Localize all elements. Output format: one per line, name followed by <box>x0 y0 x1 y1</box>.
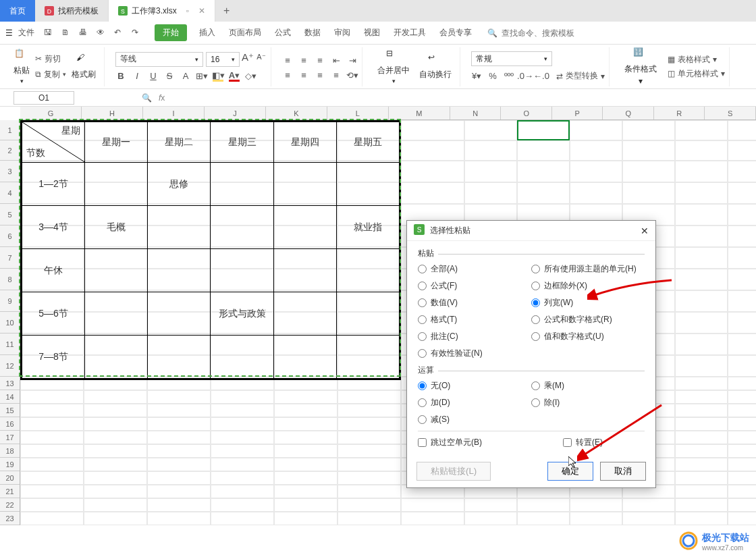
row-head-18[interactable]: 18 <box>0 444 20 458</box>
row-head-23[interactable]: 23 <box>0 512 20 525</box>
col-head-I[interactable]: I <box>143 107 205 119</box>
tab-document[interactable]: S 工作簿3.xlsx ▫ ✕ <box>109 0 215 22</box>
row-head-13[interactable]: 13 <box>0 377 20 390</box>
col-head-S[interactable]: S <box>705 107 756 119</box>
spreadsheet-grid[interactable]: GHIJKLMNOPQRS123456789101112131415161718… <box>0 107 756 120</box>
row-head-21[interactable]: 21 <box>0 485 20 498</box>
row-head-11[interactable]: 11 <box>0 334 20 355</box>
op-radio[interactable]: 加(D) <box>418 397 531 408</box>
ribbon-tab-formula[interactable]: 公式 <box>273 24 292 41</box>
paste-radio[interactable]: 有效性验证(N) <box>418 348 531 359</box>
col-head-M[interactable]: M <box>389 107 450 119</box>
cut-button[interactable]: ✂剪切 <box>35 53 66 65</box>
transpose-check[interactable]: 转置(E) <box>563 437 603 448</box>
row-head-9[interactable]: 9 <box>0 290 20 312</box>
row-head-5[interactable]: 5 <box>0 204 20 225</box>
dec-dec-icon[interactable]: ←.0 <box>536 71 547 82</box>
italic-button[interactable]: I <box>132 71 142 82</box>
print-icon[interactable]: 🖶 <box>79 28 90 38</box>
number-format-select[interactable]: 常规▾ <box>471 51 552 66</box>
tab-add[interactable]: + <box>215 5 238 17</box>
row-head-8[interactable]: 8 <box>0 269 20 290</box>
skip-blank-check[interactable]: 跳过空单元(B) <box>418 437 482 448</box>
ribbon-tab-vip[interactable]: 会员专享 <box>438 24 473 41</box>
indent-dec-icon[interactable]: ⇤ <box>331 55 342 66</box>
col-head-L[interactable]: L <box>327 107 389 119</box>
col-head-O[interactable]: O <box>501 107 552 119</box>
font-more-button[interactable]: A <box>180 71 191 82</box>
paste-button[interactable]: 📋 粘贴▾ <box>9 47 34 86</box>
row-head-14[interactable]: 14 <box>0 390 20 404</box>
indent-inc-icon[interactable]: ⇥ <box>347 55 358 66</box>
align-center-icon[interactable]: ≡ <box>298 70 309 81</box>
tab-options-icon[interactable]: ▫ <box>186 6 189 16</box>
col-head-H[interactable]: H <box>82 107 143 119</box>
table-style-button[interactable]: ▦表格样式▾ <box>668 54 725 65</box>
font-name-select[interactable]: 等线▾ <box>115 52 203 67</box>
clear-fmt-button[interactable]: ◇▾ <box>245 71 256 82</box>
paste-radio[interactable]: 全部(A) <box>418 263 531 275</box>
save-as-icon[interactable]: 🗎 <box>61 28 72 38</box>
paste-radio[interactable]: 列宽(W) <box>531 297 645 309</box>
dec-inc-icon[interactable]: .0→ <box>520 71 531 82</box>
row-head-10[interactable]: 10 <box>0 312 20 334</box>
row-head-4[interactable]: 4 <box>0 182 20 204</box>
cell-style-button[interactable]: ◫单元格样式▾ <box>668 68 725 80</box>
paste-radio[interactable]: 边框除外(X) <box>531 280 645 292</box>
op-radio[interactable]: 乘(M) <box>531 380 645 392</box>
row-head-2[interactable]: 2 <box>0 140 20 161</box>
paste-radio[interactable]: 所有使用源主题的单元(H) <box>531 263 645 275</box>
comma-icon[interactable]: ººº <box>504 71 514 82</box>
row-head-19[interactable]: 19 <box>0 458 20 471</box>
bold-button[interactable]: B <box>115 71 126 82</box>
op-radio[interactable]: 减(S) <box>418 414 531 425</box>
cond-fmt-button[interactable]: 🔢条件格式▾ <box>620 46 661 87</box>
col-head-Q[interactable]: Q <box>603 107 654 119</box>
align-top-icon[interactable]: ≡ <box>282 55 293 66</box>
align-mid-icon[interactable]: ≡ <box>298 55 309 66</box>
row-head-6[interactable]: 6 <box>0 225 20 247</box>
undo-icon[interactable]: ↶ <box>114 28 125 38</box>
paste-radio[interactable]: 公式和数字格式(R) <box>531 314 645 325</box>
ribbon-tab-dev[interactable]: 开发工具 <box>392 24 427 41</box>
cancel-button[interactable]: 取消 <box>600 462 646 481</box>
tab-home[interactable]: 首页 <box>0 0 35 22</box>
col-head-G[interactable]: G <box>20 107 82 119</box>
type-convert-button[interactable]: ⇄类型转换▾ <box>556 70 605 82</box>
col-head-J[interactable]: J <box>205 107 266 119</box>
op-radio[interactable]: 无(O) <box>418 380 531 392</box>
preview-icon[interactable]: 👁 <box>97 28 107 38</box>
paste-radio[interactable]: 格式(T) <box>418 314 531 325</box>
ribbon-tab-start[interactable]: 开始 <box>155 24 187 41</box>
row-head-15[interactable]: 15 <box>0 404 20 417</box>
ribbon-tab-view[interactable]: 视图 <box>362 24 381 41</box>
fill-color-button[interactable]: ◧▾ <box>213 71 223 82</box>
paste-radio[interactable]: 数值(V) <box>418 297 531 309</box>
underline-button[interactable]: U <box>148 71 159 82</box>
ribbon-tab-insert[interactable]: 插入 <box>198 24 217 41</box>
tab-template[interactable]: D 找稻壳模板 <box>35 0 109 22</box>
format-painter-button[interactable]: 🖌 格式刷 <box>68 51 100 82</box>
fx-icon[interactable]: fx <box>159 93 165 103</box>
row-head-22[interactable]: 22 <box>0 498 20 512</box>
active-cell[interactable] <box>517 120 570 140</box>
font-grow-icon[interactable]: A⁺ <box>242 52 253 63</box>
font-size-select[interactable]: 16▾ <box>206 52 240 67</box>
align-bot-icon[interactable]: ≡ <box>315 55 325 66</box>
row-head-20[interactable]: 20 <box>0 471 20 485</box>
hamburger-icon[interactable]: ☰ <box>5 28 13 38</box>
save-icon[interactable]: 🖫 <box>44 28 55 38</box>
percent-icon[interactable]: % <box>487 71 498 82</box>
ribbon-tab-data[interactable]: 数据 <box>303 24 322 41</box>
border-button[interactable]: ⊞▾ <box>196 71 207 82</box>
col-head-R[interactable]: R <box>654 107 705 119</box>
redo-icon[interactable]: ↷ <box>132 28 142 38</box>
paste-radio[interactable]: 批注(C) <box>418 331 531 342</box>
font-color-button[interactable]: A▾ <box>229 71 240 82</box>
copy-button[interactable]: ⧉复制▾ <box>35 69 66 80</box>
paste-radio[interactable]: 值和数字格式(U) <box>531 331 645 342</box>
currency-icon[interactable]: ¥▾ <box>471 71 482 82</box>
name-box[interactable]: O1 <box>14 91 74 105</box>
search-box[interactable]: 🔍 <box>487 28 597 38</box>
align-justify-icon[interactable]: ≡ <box>331 70 342 81</box>
